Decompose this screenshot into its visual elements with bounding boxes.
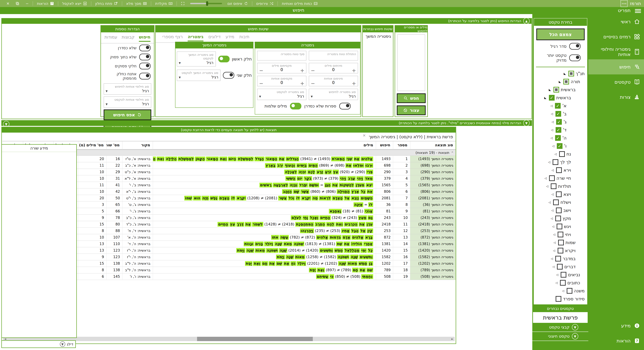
cell-wm[interactable]: 5 bbox=[78, 208, 106, 215]
tree-expander-icon[interactable]: ◁ bbox=[550, 193, 554, 196]
gematria-type-text-dropdown[interactable]: סוג גימטריה לטקסט רגיל ▼ bbox=[257, 89, 306, 100]
cell-search[interactable]: 2418 bbox=[376, 221, 393, 228]
cell-type[interactable]: גימטריה המשך (1381) bbox=[410, 241, 456, 247]
tree-expander-icon[interactable]: ◁ bbox=[552, 233, 556, 236]
tab-search[interactable]: חיפוש bbox=[139, 35, 150, 42]
tree-checkbox[interactable] bbox=[563, 79, 569, 84]
cell-source[interactable]: בראשית: ד', ח' bbox=[122, 228, 153, 234]
tree-checkbox[interactable] bbox=[567, 288, 572, 294]
tree-checkbox[interactable] bbox=[556, 167, 562, 173]
cell-mili[interactable]: אַחֲרֵיהוֹלִידוֹאֶתשֵׁת(1381) ≠ (1813)שְ… bbox=[153, 241, 376, 247]
whole-words-toggle[interactable] bbox=[290, 103, 301, 109]
tree-expander-icon[interactable]: ◁ bbox=[550, 104, 553, 107]
cell-search[interactable]: 36 bbox=[376, 202, 393, 208]
tree-item[interactable]: חיי שרה◁ bbox=[534, 174, 587, 182]
cell-type[interactable]: גימטריה המשך (243) bbox=[410, 215, 456, 221]
cell-search[interactable]: 2081 bbox=[376, 195, 393, 202]
cell-wm[interactable]: 11 bbox=[78, 162, 106, 169]
column-header[interactable]: מס' מילים (מ) bbox=[78, 141, 106, 150]
tree-checkbox[interactable] bbox=[558, 232, 563, 237]
tree-expander-icon[interactable]: ◁ bbox=[552, 265, 555, 268]
toolbar-copy-button[interactable] bbox=[13, 0, 22, 7]
cell-search[interactable]: 698 bbox=[376, 162, 393, 169]
toolbar-word-letter-count-button[interactable]: כמות מילים ואותיות123 bbox=[280, 0, 320, 7]
cell-type[interactable]: גימטריה המשך (789) bbox=[410, 267, 456, 273]
tree-checkbox[interactable]: ✓ bbox=[549, 95, 554, 101]
gematria-range-end-input[interactable]: סוף טווח גימטריה bbox=[257, 51, 306, 60]
tree-item[interactable]: א'✓◁ bbox=[534, 102, 587, 110]
toolbar-close-button[interactable]: ✕ bbox=[4, 0, 12, 7]
cell-search[interactable]: 1420 bbox=[376, 247, 393, 254]
cell-mili[interactable]: בָּרָאאֱלֹהִיםאָדָםבִּדְמוּתאֱלֹהִים(872… bbox=[153, 234, 376, 241]
cell-wm[interactable]: 11 bbox=[78, 182, 106, 188]
cell-search[interactable]: 1582 bbox=[376, 254, 393, 260]
cell-search[interactable]: 1202 bbox=[376, 260, 393, 267]
search-button[interactable]: חפש bbox=[397, 93, 426, 103]
cell-source[interactable]: בראשית: ג', ט' bbox=[122, 202, 153, 208]
cell-type[interactable]: גימטריה המשך (698) bbox=[410, 162, 456, 169]
sidebar-item-info[interactable]: iמידע bbox=[588, 318, 644, 333]
cell-search[interactable]: 243 bbox=[376, 215, 393, 221]
tree-expander-icon[interactable]: ◁ bbox=[550, 257, 554, 260]
stepper[interactable]: מקסימום אותיות0+− bbox=[257, 76, 306, 86]
settings-toggle[interactable] bbox=[139, 54, 150, 60]
stepper[interactable]: מקסימום מילים0+− bbox=[257, 63, 306, 73]
cell-mili[interactable]: אֵתכָּלאֶרֶץהַחֲוִילָה(806) ≠ (860)אֲשֶׁ… bbox=[153, 188, 376, 195]
cell-line[interactable]: 123 bbox=[106, 247, 122, 254]
cell-wm[interactable]: 10 bbox=[78, 188, 106, 195]
cell-source[interactable]: בראשית: ג', כ"ב bbox=[122, 215, 153, 221]
tree-checkbox[interactable] bbox=[553, 199, 559, 205]
cell-search[interactable]: 81 bbox=[376, 208, 393, 215]
tree-checkbox[interactable] bbox=[555, 216, 561, 221]
tree-item[interactable]: משנה◁ bbox=[534, 287, 587, 295]
column-header[interactable]: חיפוש bbox=[376, 141, 393, 150]
stop-button[interactable]: עצור bbox=[397, 105, 426, 115]
tree-item[interactable]: סידור ספרד bbox=[534, 295, 587, 303]
tree-checkbox[interactable] bbox=[559, 151, 565, 157]
cell-num[interactable]: 6 bbox=[393, 188, 410, 195]
plus-icon[interactable]: + bbox=[300, 67, 304, 73]
cell-source[interactable]: בראשית: ב', י"א bbox=[122, 188, 153, 195]
sidebar-item-home[interactable]: ראשי bbox=[588, 14, 644, 29]
tree-expander-icon[interactable]: ◣ bbox=[563, 72, 567, 75]
tree-expander-icon[interactable]: ◁ bbox=[547, 160, 551, 164]
cell-mili[interactable]: כָּליְמֵימַהֲלַלְאֵלחָמֵשׁוְתִשְׁעִים(14… bbox=[153, 247, 376, 254]
minus-icon[interactable]: − bbox=[311, 67, 315, 73]
letter-swap-text-dropdown[interactable]: סוג חילופי אותיות לטקסט רגיל ▼ bbox=[104, 96, 151, 108]
cell-search[interactable]: 1381 bbox=[376, 241, 393, 247]
cell-mili[interactable]: שֵׁםאֶתחָם(789) ≠ (897)וְאֶתיָפֶת bbox=[153, 267, 376, 273]
tree-checkbox[interactable] bbox=[555, 256, 561, 262]
cell-line[interactable]: 29 bbox=[106, 169, 122, 175]
settings-toggle[interactable] bbox=[139, 44, 150, 51]
tree-expander-icon[interactable]: ◁ bbox=[561, 289, 565, 293]
toolbar-full-screen-button[interactable]: מסך מלא bbox=[124, 0, 149, 7]
tree-checkbox[interactable]: ✓ bbox=[557, 143, 562, 149]
column-header[interactable]: מילים bbox=[153, 141, 376, 150]
cell-search[interactable]: 872 bbox=[376, 234, 393, 241]
tree-item[interactable]: ויקרא◁ bbox=[534, 247, 587, 255]
toolbar-reset-zoom-button[interactable]: איפוס זום bbox=[225, 0, 250, 7]
zoom-slider[interactable] bbox=[190, 3, 222, 4]
cell-mili[interactable]: אָנֹכִי(81) ≠ (18)וָאֵחָבֵא bbox=[153, 208, 376, 215]
cell-source[interactable]: בראשית: ה', י"ז bbox=[122, 247, 153, 254]
cell-search[interactable]: 508 bbox=[376, 273, 393, 280]
tree-checkbox[interactable] bbox=[556, 191, 562, 197]
tree-expander-icon[interactable]: ◁ bbox=[550, 112, 554, 115]
cell-num[interactable]: 9 bbox=[393, 208, 410, 215]
tree-expander-icon[interactable]: ◁ bbox=[553, 241, 556, 244]
cell-type[interactable]: גימטריה המשך (872) bbox=[410, 234, 456, 241]
tree-checkbox[interactable] bbox=[556, 208, 562, 213]
cell-line[interactable]: 110 bbox=[106, 241, 122, 247]
tree-expander-icon[interactable]: ◁ bbox=[554, 152, 558, 156]
toolbar-open-in-window-button[interactable]: פתח בחלון bbox=[93, 0, 120, 7]
tree-checkbox[interactable] bbox=[556, 296, 561, 302]
cell-num[interactable]: 10 bbox=[393, 215, 410, 221]
tree-checkbox[interactable] bbox=[557, 264, 563, 270]
methods-tab-רצף מספרי[interactable]: רצף מספרי bbox=[162, 34, 183, 41]
digits-out-of-order-toggle[interactable] bbox=[339, 103, 351, 109]
sidebar-item-search-lines[interactable]: חיפוש bbox=[588, 59, 644, 74]
tree-expander-icon[interactable]: ◁ bbox=[551, 168, 554, 172]
tree-checkbox[interactable] bbox=[551, 183, 556, 189]
tree-expander-icon[interactable]: ◁ bbox=[550, 128, 554, 132]
cell-num[interactable]: 14 bbox=[393, 241, 410, 247]
